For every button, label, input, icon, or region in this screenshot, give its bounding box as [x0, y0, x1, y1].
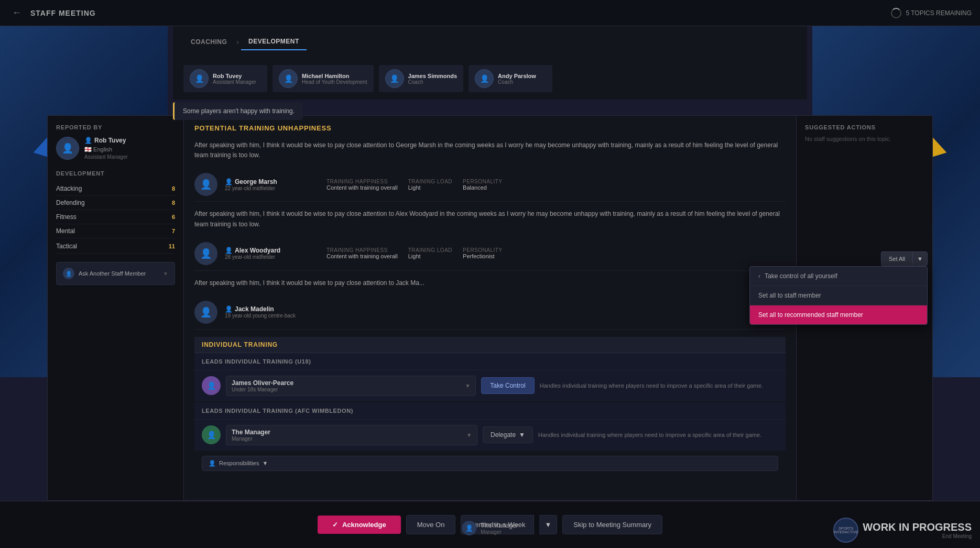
player-name-2: 👤 Alex Woodyard [225, 247, 319, 254]
dev-item-mental[interactable]: Mental 7 [56, 224, 175, 238]
staff-role-3: Coach [498, 79, 546, 85]
stat-load-2: TRAINING LOAD Light [408, 247, 452, 259]
section-title: POTENTIAL TRAINING UNHAPPINESS [194, 124, 786, 132]
development-section-label: DEVELOPMENT [56, 170, 175, 177]
take-control-button[interactable]: Take Control [481, 377, 534, 394]
manager-role: Manager [481, 529, 518, 535]
responsibilities-button[interactable]: 👤 Responsibilities ▼ [202, 456, 778, 471]
staff-role-0: Assistant Manager [213, 79, 261, 85]
responsibilities-label: Responsibilities [219, 460, 259, 466]
notification-box: Some players aren't happy with training. [173, 102, 303, 120]
manager-avatar: 👤 [462, 521, 476, 535]
player-avatar-3: 👤 [194, 301, 217, 324]
player-stats-2: TRAINING HAPPINESS Content with training… [326, 247, 503, 259]
reporter-nationality: 🏴󠁧󠁢󠁥󠁮󠁧󠁿 English [84, 146, 128, 153]
training-group-1: LEADS INDIVIDUAL TRAINING (U18) 👤 James … [194, 353, 786, 401]
stat-load-1: TRAINING LOAD Light [408, 179, 452, 191]
staff-role-1: Head of Youth Development [302, 79, 367, 85]
reporter-flag: 🏴󠁧󠁢󠁥󠁮󠁧󠁿 [84, 146, 92, 152]
reporter-icon: 👤 [84, 137, 92, 144]
set-all-button[interactable]: Set All [881, 251, 912, 266]
no-suggestions: No staff suggestions on this topic. [805, 136, 924, 142]
set-all-label: Set All [889, 256, 905, 262]
staff-card-0[interactable]: 👤 Rob Tuvey Assistant Manager [183, 65, 267, 92]
dev-fitness-count: 6 [172, 214, 175, 220]
player-pos-1: 22 year-old midfielder [225, 185, 319, 191]
dev-item-defending[interactable]: Defending 8 [56, 196, 175, 210]
training-desc-2: Handles individual training where player… [538, 431, 778, 439]
acknowledge-button[interactable]: ✓ Acknowledge [318, 516, 401, 534]
training-row-2: 👤 The Manager Manager ▼ Delegate ▼ Handl… [194, 420, 786, 451]
skip-button[interactable]: Skip to Meeting Summary [562, 515, 662, 534]
dev-tactical-count: 11 [169, 243, 175, 249]
dropdown-back-arrow: ‹ [758, 272, 760, 280]
dev-mental-label: Mental [56, 227, 75, 235]
training-person-sub-1: Under 18s Manager [232, 387, 293, 392]
paragraph-2: After speaking with him, I think it woul… [194, 209, 786, 229]
dev-defending-count: 8 [172, 200, 175, 206]
remind-dropdown-button[interactable]: ▼ [539, 515, 557, 534]
player-row-2: 👤 👤 Alex Woodyard 28 year-old midfielder… [194, 237, 786, 271]
set-all-popup: ‹ Take control of all yourself Set all t… [749, 266, 928, 325]
dev-item-attacking[interactable]: Attacking 8 [56, 182, 175, 196]
manager-name: The Manager [481, 522, 518, 529]
dev-item-tactical[interactable]: Tactical 11 [56, 239, 175, 254]
reporter-nat-text: English [93, 146, 112, 152]
player-icon-1: 👤 [225, 178, 233, 185]
option-staff-label: Set all to staff member [758, 292, 821, 299]
staff-card-2[interactable]: 👤 James Simmonds Coach [379, 65, 464, 92]
staff-name-0: Rob Tuvey [213, 73, 261, 79]
player-name-1: 👤 George Marsh [225, 178, 319, 185]
option-take-control-label: Take control of all yourself [765, 272, 837, 280]
tab-arrow: › [236, 38, 239, 46]
player-avatar-1: 👤 [194, 173, 217, 196]
training-person-sub-2: Manager [232, 436, 270, 442]
training-dropdown-1[interactable]: James Oliver-Pearce Under 18s Manager ▼ [226, 376, 476, 396]
player-info-3: 👤 Jack Madelin 19 year-old young centre-… [225, 305, 319, 319]
left-sidebar: REPORTED BY 👤 👤 Rob Tuvey 🏴󠁧󠁢󠁥󠁮󠁧󠁿 Englis… [48, 116, 184, 500]
wip-company: SPORTS INTERACTIVE [834, 527, 858, 534]
training-person-name-2: The Manager [232, 429, 270, 436]
option-recommended-label: Set all to recommended staff member [758, 311, 863, 319]
ask-staff-button[interactable]: 👤 Ask Another Staff Member ▼ [56, 262, 175, 285]
tab-nav: COACHING › DEVELOPMENT [183, 34, 307, 50]
delegate-button[interactable]: Delegate ▼ [483, 426, 533, 443]
staff-tabs-area: COACHING › DEVELOPMENT [173, 26, 807, 58]
reporter-name-row: 👤 Rob Tuvey [84, 137, 128, 144]
player-icon-3: 👤 [225, 305, 233, 313]
individual-training-section: INDIVIDUAL TRAINING LEADS INDIVIDUAL TRA… [194, 337, 786, 471]
stat-personality-2: PERSONALITY Perfectionist [463, 247, 503, 259]
ind-training-header: INDIVIDUAL TRAINING [194, 337, 786, 353]
dropdown-option-take-control[interactable]: ‹ Take control of all yourself [750, 267, 927, 286]
tab-coaching[interactable]: COACHING [183, 34, 234, 50]
staff-card-3[interactable]: 👤 Andy Parslow Coach [469, 65, 552, 92]
dropdown-option-recommended[interactable]: Set all to recommended staff member [750, 305, 927, 324]
ask-staff-label: Ask Another Staff Member [79, 270, 146, 277]
staff-avatar-1: 👤 [279, 69, 298, 88]
reporter-avatar: 👤 [56, 137, 79, 160]
dev-item-fitness[interactable]: Fitness 6 [56, 210, 175, 224]
reported-by-label: REPORTED BY [56, 124, 175, 130]
set-all-dropdown-arrow[interactable]: ▼ [912, 251, 928, 266]
staff-name-2: James Simmonds [408, 73, 458, 79]
player-icon-2: 👤 [225, 247, 233, 254]
training-group-header-1: LEADS INDIVIDUAL TRAINING (U18) [194, 353, 786, 370]
back-button[interactable]: ← [8, 5, 25, 21]
staff-name-3: Andy Parslow [498, 73, 546, 79]
player-row-3: 👤 👤 Jack Madelin 19 year-old young centr… [194, 295, 786, 330]
tab-development[interactable]: DEVELOPMENT [241, 34, 307, 50]
staff-card-1[interactable]: 👤 Michael Hamilton Head of Youth Develop… [273, 65, 374, 92]
stat-personality-1: PERSONALITY Balanced [463, 179, 503, 191]
staff-avatar-3: 👤 [475, 69, 494, 88]
dropdown-option-staff-member[interactable]: Set all to staff member [750, 286, 927, 305]
training-row-1: 👤 James Oliver-Pearce Under 18s Manager … [194, 370, 786, 401]
staff-name-1: Michael Hamilton [302, 73, 367, 79]
acknowledge-check: ✓ [332, 521, 338, 529]
end-meeting: End Meeting [863, 533, 972, 539]
training-dropdown-2[interactable]: The Manager Manager ▼ [226, 425, 477, 445]
ask-staff-icon: 👤 [63, 268, 74, 279]
move-on-button[interactable]: Move On [406, 515, 456, 534]
player-row-1: 👤 👤 George Marsh 22 year-old midfielder … [194, 168, 786, 202]
player-avatar-2: 👤 [194, 242, 217, 265]
training-desc-1: Handles individual training where player… [540, 382, 778, 390]
